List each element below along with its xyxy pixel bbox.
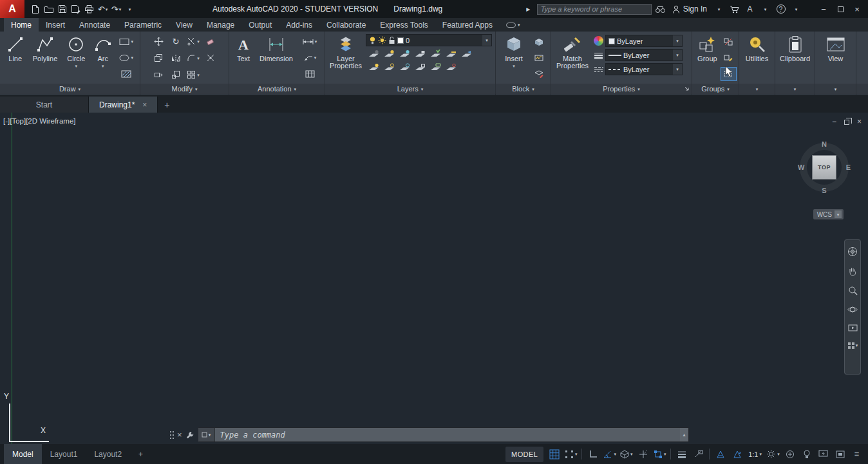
scale-button[interactable] — [167, 66, 185, 83]
save-button[interactable] — [55, 1, 69, 17]
full-navigation-wheel-icon[interactable] — [847, 246, 858, 257]
viewcube-west[interactable]: W — [798, 163, 804, 171]
erase-button[interactable] — [202, 33, 220, 50]
lineweight-list-icon[interactable] — [594, 51, 603, 59]
properties-dialog-launcher-icon[interactable] — [684, 86, 690, 91]
viewcube-east[interactable]: E — [846, 163, 851, 171]
open-drawing-button[interactable] — [42, 1, 55, 17]
viewcube-south[interactable]: S — [822, 187, 826, 194]
panel-modify-label[interactable]: Modify▾ — [140, 84, 229, 94]
file-tab-drawing1[interactable]: Drawing1* × — [89, 97, 158, 113]
viewport-close-button[interactable]: × — [857, 117, 862, 126]
autoscale-button[interactable] — [729, 447, 745, 462]
tab-featured-apps[interactable]: Featured Apps — [435, 18, 500, 32]
viewcube[interactable]: N S W E TOP — [795, 138, 853, 196]
viewcube-north[interactable]: N — [822, 140, 827, 148]
annotation-monitor-button[interactable] — [782, 447, 798, 462]
command-line-close-icon[interactable]: × — [177, 430, 182, 440]
tab-annotate[interactable]: Annotate — [72, 18, 117, 32]
dynamic-input-button[interactable] — [690, 447, 706, 462]
group-edit-button[interactable] — [721, 51, 737, 65]
new-drawing-button[interactable] — [28, 1, 42, 17]
layer-select-combo[interactable]: 0 ▾ — [366, 34, 492, 46]
apps-dropdown-icon[interactable]: ▾ — [759, 1, 772, 17]
tab-view[interactable]: View — [169, 18, 200, 32]
new-layout-button[interactable]: + — [130, 444, 151, 464]
window-minimize-button[interactable]: − — [815, 1, 832, 17]
viewport-minimize-button[interactable]: − — [832, 117, 836, 126]
ribbon-display-toggle[interactable]: ▾ — [500, 18, 527, 32]
grid-display-button[interactable] — [546, 447, 562, 462]
window-maximize-button[interactable] — [832, 1, 849, 17]
layer-unlock-button[interactable] — [412, 61, 428, 73]
sign-in-button[interactable]: Sign In — [669, 1, 710, 17]
arc-button[interactable]: Arc ▾ — [91, 33, 115, 83]
snap-mode-button[interactable]: ▾ — [563, 447, 579, 462]
sign-in-dropdown-icon[interactable]: ▾ — [712, 1, 726, 17]
qat-customize-button[interactable]: ▾ — [123, 1, 137, 17]
pan-icon[interactable] — [848, 266, 857, 276]
wcs-selector[interactable]: WCS ▾ — [813, 209, 844, 219]
table-button[interactable] — [297, 67, 323, 81]
panel-draw-label[interactable]: Draw▾ — [0, 84, 140, 94]
layer-properties-button[interactable]: Layer Properties — [327, 33, 364, 83]
annotation-visibility-button[interactable] — [712, 447, 728, 462]
isometric-drafting-button[interactable]: ▾ — [618, 447, 634, 462]
layer-off-button[interactable] — [366, 48, 381, 60]
panel-block-label[interactable]: Block▾ — [496, 84, 551, 94]
rectangle-button[interactable]: ▾ — [115, 35, 138, 49]
model-space-button[interactable]: MODEL — [505, 447, 543, 462]
explode-button[interactable] — [202, 50, 220, 66]
stretch-button[interactable] — [150, 66, 167, 83]
panel-clipboard-label[interactable]: ▾ — [775, 84, 815, 94]
copy-button[interactable] — [150, 50, 167, 66]
visual-style-control[interactable]: [2D Wireframe] — [26, 117, 75, 125]
graphics-performance-button[interactable] — [815, 447, 831, 462]
panel-view-label[interactable]: ▾ — [815, 84, 856, 94]
viewport-menu-control[interactable]: [-] — [3, 117, 10, 125]
group-button[interactable]: Group — [694, 33, 721, 83]
ungroup-button[interactable] — [721, 35, 737, 49]
tab-parametric[interactable]: Parametric — [117, 18, 169, 32]
tab-collaborate[interactable]: Collaborate — [319, 18, 373, 32]
annotation-scale-button[interactable]: 1:1▾ — [746, 447, 764, 462]
trim-button[interactable]: ▾ — [185, 33, 202, 50]
clipboard-button[interactable]: Clipboard — [777, 33, 813, 83]
file-tab-start[interactable]: Start — [0, 97, 89, 113]
block-editor-button[interactable] — [530, 67, 548, 81]
help-dropdown-icon[interactable]: ▾ — [789, 1, 803, 17]
application-menu-button[interactable]: A — [0, 0, 24, 18]
clean-screen-button[interactable] — [832, 447, 848, 462]
zoom-icon[interactable] — [848, 286, 858, 295]
tab-insert[interactable]: Insert — [39, 18, 72, 32]
panel-groups-label[interactable]: Groups▾ — [692, 84, 739, 94]
tab-express-tools[interactable]: Express Tools — [373, 18, 435, 32]
undo-button[interactable]: ↶▾ — [96, 1, 109, 17]
fillet-button[interactable]: ▾ — [185, 50, 202, 66]
panel-layers-label[interactable]: Layers▾ — [325, 84, 495, 94]
layer-unisolate-button[interactable] — [381, 61, 397, 73]
create-block-button[interactable] — [530, 35, 548, 49]
search-binoculars-icon[interactable] — [654, 1, 667, 17]
tab-add-ins[interactable]: Add-ins — [279, 18, 319, 32]
save-as-button[interactable] — [69, 1, 82, 17]
viewport-restore-button[interactable] — [844, 120, 849, 125]
layer-combo-dropdown[interactable]: ▾ — [482, 35, 491, 46]
showmotion-icon[interactable] — [848, 324, 858, 332]
tab-output[interactable]: Output — [241, 18, 279, 32]
color-wheel-icon[interactable] — [594, 36, 603, 46]
circle-button[interactable]: Circle ▾ — [62, 33, 91, 83]
panel-properties-label[interactable]: Properties▾ — [551, 84, 692, 94]
view-button[interactable]: View — [818, 33, 854, 83]
command-line-customize-icon[interactable] — [185, 431, 194, 440]
plot-button[interactable] — [82, 1, 96, 17]
layer-settings-button[interactable] — [443, 61, 458, 73]
linetype-combo-dropdown[interactable]: ▾ — [673, 64, 682, 75]
command-history-up-icon[interactable]: ▴ — [680, 428, 688, 441]
make-current-layer-button[interactable] — [428, 48, 443, 60]
utilities-button[interactable]: Utilities — [741, 33, 773, 83]
command-line-grip[interactable] — [170, 431, 171, 432]
lineweight-display-button[interactable] — [674, 447, 690, 462]
tab-manage[interactable]: Manage — [200, 18, 241, 32]
panel-utilities-label[interactable]: ▾ — [739, 84, 775, 94]
